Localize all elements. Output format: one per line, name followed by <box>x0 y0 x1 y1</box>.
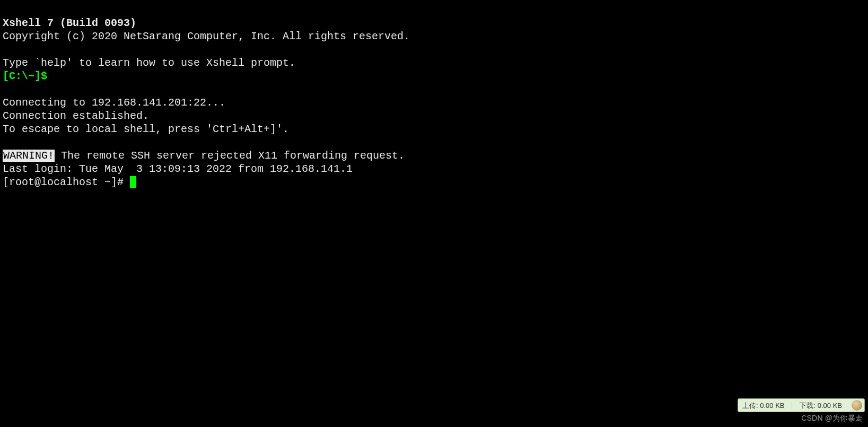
connecting-line: Connecting to 192.168.141.201:22... <box>3 97 225 109</box>
copyright-line: Copyright (c) 2020 NetSarang Computer, I… <box>3 30 410 42</box>
established-line: Connection established. <box>3 110 149 122</box>
escape-hint: To escape to local shell, press 'Ctrl+Al… <box>3 123 289 135</box>
last-login: Last login: Tue May 3 13:09:13 2022 from… <box>3 163 353 175</box>
terminal-area[interactable]: Xshell 7 (Build 0093) Copyright (c) 2020… <box>0 0 868 192</box>
help-hint: Type `help' to learn how to use Xshell p… <box>3 57 295 69</box>
avatar-icon <box>852 400 862 411</box>
cursor-block <box>130 176 136 188</box>
app-title: Xshell 7 (Build 0093) <box>3 17 136 29</box>
transfer-status-bar: 上传: 0.00 KB 下载: 0.00 KB <box>738 398 865 412</box>
remote-prompt: [root@localhost ~]# <box>3 176 130 188</box>
download-stat: 下载: 0.00 KB <box>800 399 842 412</box>
status-separator <box>792 401 792 409</box>
watermark-text: CSDN @为你暴走 <box>801 412 863 425</box>
local-prompt: [C:\~]$ <box>3 70 47 82</box>
warning-text: The remote SSH server rejected X11 forwa… <box>55 150 405 162</box>
upload-stat: 上传: 0.00 KB <box>742 399 785 412</box>
warning-badge: WARNING! <box>3 150 55 162</box>
